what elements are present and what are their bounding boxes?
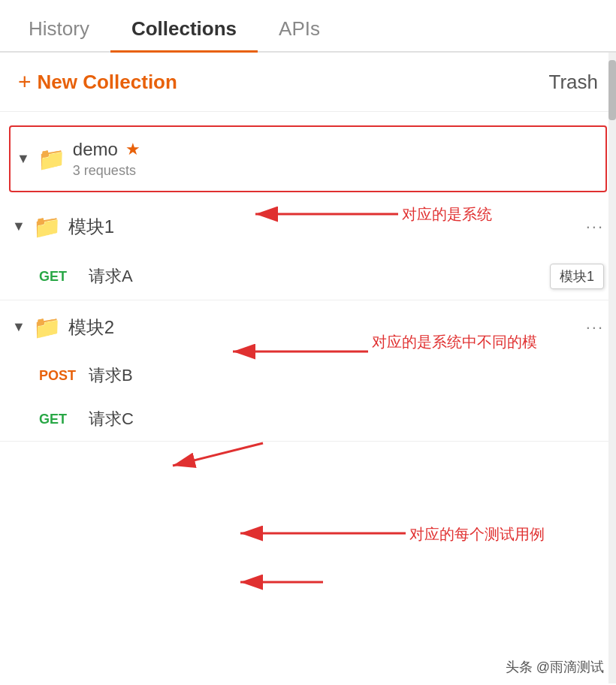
- request-name-c: 请求C: [89, 408, 134, 430]
- plus-icon: +: [18, 69, 32, 95]
- collection-list: ▼ 📁 demo ★ 3 requests ▼ 📁 模块1 ··· GET 请求…: [0, 125, 616, 442]
- module-1-header: ▼ 📁 模块1 ···: [0, 200, 616, 253]
- tab-collections[interactable]: Collections: [110, 7, 258, 51]
- module-2-header: ▼ 📁 模块2 ···: [0, 300, 616, 354]
- tab-apis[interactable]: APIs: [258, 7, 341, 51]
- demo-collection-item[interactable]: ▼ 📁 demo ★ 3 requests: [9, 125, 607, 192]
- chevron-icon[interactable]: ▼: [17, 151, 30, 167]
- module-2-section: ▼ 📁 模块2 ··· POST 请求B GET 请求C: [0, 300, 616, 442]
- svg-text:对应的每个测试用例: 对应的每个测试用例: [409, 526, 545, 542]
- star-icon: ★: [125, 140, 140, 159]
- module-2-name: 模块2: [68, 315, 114, 339]
- module-1-name: 模块1: [68, 215, 114, 239]
- module-2-more-button[interactable]: ···: [586, 318, 604, 337]
- scrollbar-track: [608, 53, 616, 683]
- toolbar: + New Collection Trash: [0, 53, 616, 112]
- method-get-badge: GET: [39, 269, 77, 285]
- tab-history[interactable]: History: [8, 7, 110, 51]
- requests-count: 3 requests: [73, 163, 140, 179]
- request-name-b: 请求B: [89, 364, 133, 387]
- demo-collection-name: demo: [73, 139, 118, 160]
- method-post-badge: POST: [39, 368, 77, 384]
- request-item-b[interactable]: POST 请求B: [0, 354, 616, 397]
- folder-icon: 📁: [38, 146, 65, 172]
- tab-bar: History Collections APIs: [0, 0, 616, 53]
- request-name-a: 请求A: [89, 265, 133, 288]
- watermark: 头条 @雨滴测试: [506, 658, 604, 676]
- module1-tooltip: 模块1: [550, 264, 604, 289]
- module2-chevron-icon[interactable]: ▼: [12, 319, 26, 335]
- request-item-a[interactable]: GET 请求A 模块1: [0, 253, 616, 300]
- module2-folder-icon: 📁: [33, 314, 61, 340]
- trash-button[interactable]: Trash: [549, 71, 599, 94]
- module1-folder-icon: 📁: [33, 213, 61, 240]
- request-item-c[interactable]: GET 请求C: [0, 397, 616, 441]
- new-collection-button[interactable]: + New Collection: [18, 69, 177, 95]
- module-1-more-button[interactable]: ···: [586, 217, 604, 237]
- demo-collection-info: demo ★ 3 requests: [73, 139, 140, 179]
- svg-line-5: [173, 443, 263, 466]
- scrollbar-thumb[interactable]: [608, 60, 616, 120]
- module1-chevron-icon[interactable]: ▼: [12, 219, 26, 234]
- method-get-badge-2: GET: [39, 412, 77, 427]
- module-1-section: ▼ 📁 模块1 ··· GET 请求A 模块1: [0, 200, 616, 300]
